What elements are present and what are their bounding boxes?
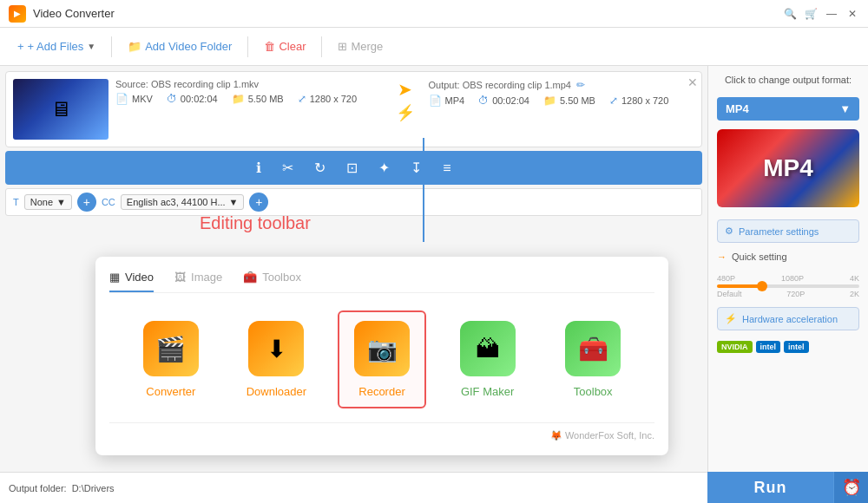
app-title: Video Converter xyxy=(33,7,783,20)
app-launcher-tabs: ▦ Video 🖼 Image 🧰 Toolbox xyxy=(109,271,654,293)
run-section: Run ⏰ xyxy=(707,472,868,503)
app-item-downloader[interactable]: ⬇ Downloader xyxy=(233,310,321,408)
select-arrow-icon: ▼ xyxy=(56,197,66,207)
close-button[interactable]: ✕ xyxy=(845,7,859,21)
hw-accel-icon: ⚡ xyxy=(725,313,737,324)
slider-track[interactable] xyxy=(717,284,859,288)
format-out-icon: 📄 xyxy=(429,95,442,107)
selected-format-label: MP4 xyxy=(726,102,749,115)
audio-arrow-icon: ▼ xyxy=(229,197,239,207)
minimize-button[interactable]: — xyxy=(825,7,838,21)
add-folder-button[interactable]: 📁 Add Video Folder xyxy=(119,35,240,58)
effect-tool-button[interactable]: ✦ xyxy=(375,158,393,178)
resolution-icon: ⤢ xyxy=(298,93,306,105)
toolbar-divider-1 xyxy=(111,36,112,57)
folder-size-icon: 📁 xyxy=(232,93,245,105)
crop-tool-button[interactable]: ⊡ xyxy=(343,158,361,178)
add-icon: + xyxy=(17,40,24,53)
source-size: 📁 5.50 MB xyxy=(232,93,284,105)
main-toolbar: + + Add Files ▼ 📁 Add Video Folder 🗑 Cle… xyxy=(0,28,868,66)
audio-select[interactable]: English ac3, 44100 H... ▼ xyxy=(121,194,245,210)
recorder-app-icon: 📷 xyxy=(354,321,410,376)
clock-out-icon: ⏱ xyxy=(478,95,489,107)
slider-thumb[interactable] xyxy=(757,281,767,291)
source-format: 📄 MKV xyxy=(115,93,153,105)
resolution-slider[interactable]: 480P 1080P 4K Default 720P 2K xyxy=(717,274,859,298)
hw-accel-button[interactable]: ⚡ Hardware acceleration xyxy=(717,307,859,330)
toolbar-divider-2 xyxy=(247,36,248,57)
output-folder-path: D:\Drivers xyxy=(72,483,115,493)
main-area: 🖥 Source: OBS recording clip 1.mkv 📄 MKV… xyxy=(0,66,868,472)
add-subtitle-button[interactable]: + xyxy=(77,193,96,212)
add-audio-button[interactable]: + xyxy=(249,193,268,212)
output-size: 📁 5.50 MB xyxy=(543,95,595,107)
close-entry-button[interactable]: ✕ xyxy=(687,75,698,89)
merge-icon: ⊞ xyxy=(338,40,347,53)
arrow-right-icon: ➤ xyxy=(398,79,412,100)
converter-app-label: Converter xyxy=(146,385,195,398)
quick-setting-label: → Quick setting xyxy=(717,252,859,262)
tab-toolbox[interactable]: 🧰 Toolbox xyxy=(243,271,301,292)
file-entry: 🖥 Source: OBS recording clip 1.mkv 📄 MKV… xyxy=(5,71,702,147)
app-item-converter[interactable]: 🎬 Converter xyxy=(127,310,215,408)
file-thumbnail: 🖥 xyxy=(13,79,108,140)
audio-track-bar: T None ▼ + CC English ac3, 44100 H... ▼ … xyxy=(5,188,702,216)
left-content: 🖥 Source: OBS recording clip 1.mkv 📄 MKV… xyxy=(0,66,707,472)
toolbox-app-label: Toolbox xyxy=(574,385,613,398)
folder-out-icon: 📁 xyxy=(543,95,556,107)
slider-labels-top: 480P 1080P 4K xyxy=(717,274,859,283)
toolbar-divider-3 xyxy=(321,36,322,57)
format-dropdown-arrow: ▼ xyxy=(839,102,851,115)
format-icon: 📄 xyxy=(115,93,128,105)
wonderfox-credit: 🦊 WonderFox Soft, Inc. xyxy=(109,422,654,441)
right-panel: Click to change output format: MP4 ▼ MP4… xyxy=(707,66,868,472)
edit-output-icon[interactable]: ✏ xyxy=(576,79,585,91)
output-format: 📄 MP4 xyxy=(429,95,465,107)
clock-icon: ⏱ xyxy=(167,93,177,105)
recorder-app-label: Recorder xyxy=(358,385,404,398)
settings-icon: ⚙ xyxy=(725,225,733,237)
cart-icon[interactable]: 🛒 xyxy=(804,7,818,21)
none-select[interactable]: None ▼ xyxy=(24,194,72,210)
quick-arrow-icon: → xyxy=(717,252,727,262)
downloader-app-label: Downloader xyxy=(247,385,306,398)
vertical-divider xyxy=(423,138,424,242)
run-button[interactable]: Run xyxy=(707,472,833,503)
subtitle-icon: T xyxy=(13,197,19,207)
add-files-button[interactable]: + + Add Files ▼ xyxy=(9,35,104,58)
source-resolution: ⤢ 1280 x 720 xyxy=(298,93,357,105)
app-logo: ▶ xyxy=(9,5,26,23)
wonderfox-logo: 🦊 xyxy=(550,430,562,441)
output-meta: 📄 MP4 ⏱ 00:02:04 📁 5.50 MB ⤢ 1280 x 720 xyxy=(429,95,695,107)
output-resolution: ⤢ 1280 x 720 xyxy=(609,95,668,107)
search-icon[interactable]: 🔍 xyxy=(783,7,797,21)
gif-app-icon: 🏔 xyxy=(460,321,516,376)
tab-video[interactable]: ▦ Video xyxy=(109,271,154,292)
alarm-button[interactable]: ⏰ xyxy=(833,472,868,503)
rotate-tool-button[interactable]: ↻ xyxy=(311,158,329,178)
title-bar: ▶ Video Converter 🔍 🛒 — ✕ xyxy=(0,0,868,28)
output-folder-label: Output folder: xyxy=(9,483,67,493)
editing-toolbar: ℹ ✂ ↻ ⊡ ✦ ↧ ≡ xyxy=(5,151,702,185)
source-label: Source: OBS recording clip 1.mkv xyxy=(115,79,382,89)
conversion-arrow: ➤ ⚡ xyxy=(389,79,422,122)
app-item-toolbox[interactable]: 🧰 Toolbox xyxy=(549,310,637,408)
clear-button[interactable]: 🗑 Clear xyxy=(255,35,314,58)
merge-button[interactable]: ⊞ Merge xyxy=(329,35,391,58)
info-tool-button[interactable]: ℹ xyxy=(253,158,265,178)
image-tab-icon: 🖼 xyxy=(174,271,186,284)
app-item-gif[interactable]: 🏔 GIF Maker xyxy=(444,310,532,408)
app-grid: 🎬 Converter ⬇ Downloader 📷 Recorder 🏔 GI… xyxy=(109,310,654,408)
tab-image[interactable]: 🖼 Image xyxy=(174,271,222,292)
output-header: Output: OBS recording clip 1.mp4 ✏ xyxy=(429,79,695,91)
app-item-recorder[interactable]: 📷 Recorder xyxy=(338,310,426,408)
format-selector[interactable]: MP4 ▼ xyxy=(717,97,859,121)
alarm-icon: ⏰ xyxy=(842,478,861,497)
trim-tool-button[interactable]: ✂ xyxy=(279,158,297,178)
intel-badge-2: intel xyxy=(784,341,809,353)
source-meta: 📄 MKV ⏱ 00:02:04 📁 5.50 MB ⤢ 1280 x 720 xyxy=(115,93,382,105)
converter-app-icon: 🎬 xyxy=(143,321,199,376)
param-settings-button[interactable]: ⚙ Parameter settings xyxy=(717,219,859,243)
file-source-info: Source: OBS recording clip 1.mkv 📄 MKV ⏱… xyxy=(115,79,382,105)
subtitle-tool-button[interactable]: ≡ xyxy=(439,159,454,178)
